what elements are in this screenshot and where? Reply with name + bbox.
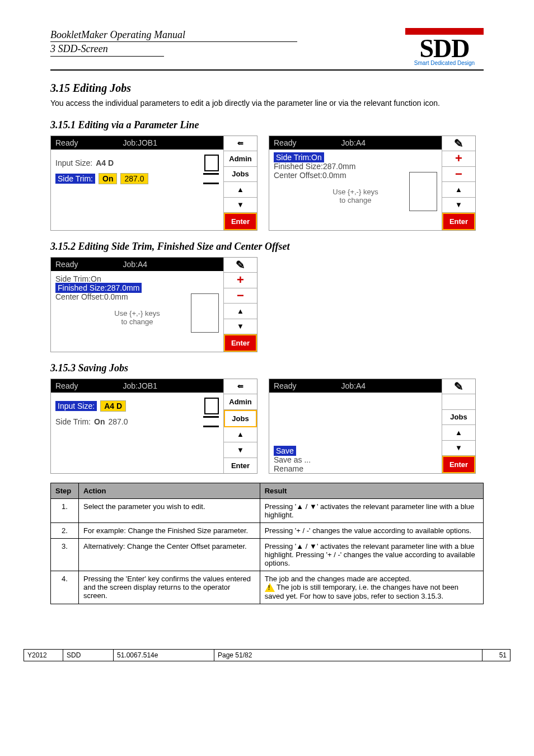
jobs-button[interactable]: Jobs (442, 410, 475, 426)
side-trim-on: On (94, 417, 105, 426)
step-result: The job and the changes made are accepte… (260, 571, 483, 604)
job-label: Job:JOB1 (123, 381, 157, 390)
admin-button[interactable]: Admin (224, 394, 257, 410)
blank-1 (442, 394, 475, 410)
status-label: Ready (274, 381, 296, 390)
step-num: 2. (51, 522, 79, 538)
col-action: Action (79, 483, 260, 498)
jobs-button[interactable]: Jobs (224, 410, 257, 427)
tray-icon[interactable]: ⇚ (224, 136, 257, 152)
edit-screen-c: Ready Job:A4 Side Trim:On Finished Size:… (50, 257, 257, 352)
step-num: 4. (51, 571, 79, 604)
input-size-label[interactable]: Input Size: (55, 401, 97, 411)
down-button[interactable]: ▼ (224, 442, 257, 458)
down-button[interactable]: ▼ (442, 441, 475, 456)
step-result: Pressing '▲ / ▼' activates the relevant … (260, 538, 483, 571)
table-row: 2. For example: Change the Finished Size… (51, 522, 484, 538)
finished-size-line[interactable]: Finished Size:287.0mm (55, 283, 142, 293)
step-action: For example: Change the Finished Size pa… (79, 522, 260, 538)
chapter-title: 3 SDD-Screen (50, 42, 164, 56)
input-size-label: Input Size: (55, 158, 92, 167)
side-trim-value[interactable]: 287.0 (120, 173, 148, 184)
result-line: The job and the changes made are accepte… (265, 575, 411, 583)
status-label: Ready (55, 138, 78, 147)
job-label: Job:A4 (123, 260, 147, 269)
up-button[interactable]: ▲ (224, 304, 257, 319)
trim-diagram-icon (409, 172, 437, 211)
page-footer: Y2012 SDD 51.0067.514e Page 51/82 51 (24, 649, 510, 661)
manual-title: BookletMaker Operating Manual (50, 28, 297, 42)
job-label: Job:A4 (341, 381, 366, 390)
footer-page: Page 51/82 (214, 650, 483, 661)
edit-screen-b: Ready Job:A4 Side Trim:On Finished Size:… (269, 136, 476, 231)
finished-size-line[interactable]: Finished Size:287.0mm (274, 162, 437, 171)
step-action: Alternatively: Change the Center Offset … (79, 538, 260, 571)
subsection-1-heading: 3.15.1 Editing via a Parameter Line (50, 119, 484, 131)
operator-screen-d: Ready Job:JOB1 Input Size: A4 D Side Tri… (50, 379, 257, 474)
section-intro: You access the individual parameters to … (50, 98, 484, 109)
minus-button[interactable]: − (224, 288, 257, 304)
enter-button[interactable]: Enter (224, 334, 257, 352)
down-button[interactable]: ▼ (224, 198, 257, 213)
footer-pagenum: 51 (483, 650, 510, 661)
tray-icon[interactable]: ⇚ (224, 379, 257, 395)
up-button[interactable]: ▲ (224, 182, 257, 198)
status-label: Ready (274, 138, 296, 147)
table-row: 1. Select the parameter you wish to edit… (51, 498, 484, 522)
section-heading: 3.15 Editing Jobs (50, 82, 484, 95)
rename-option[interactable]: Rename (274, 464, 437, 473)
side-trim-line[interactable]: Side Trim:On (55, 274, 219, 283)
side-trim-line[interactable]: Side Trim:On (274, 152, 324, 162)
save-option[interactable]: Save (274, 446, 296, 456)
down-button[interactable]: ▼ (224, 319, 257, 335)
enter-button[interactable]: Enter (442, 213, 475, 230)
job-label: Job:JOB1 (123, 138, 157, 147)
paper-size-icon[interactable] (204, 155, 219, 171)
plus-button[interactable]: + (442, 151, 475, 167)
steps-table: Step Action Result 1. Select the paramet… (50, 483, 484, 605)
status-label: Ready (55, 260, 78, 269)
col-step: Step (51, 483, 79, 498)
subsection-2-heading: 3.15.2 Editing Side Trim, Finished Size … (50, 241, 484, 253)
result-warning-text: The job is still temporary, i.e. the cha… (265, 583, 458, 601)
page-header: BookletMaker Operating Manual 3 SDD-Scre… (50, 28, 484, 71)
enter-button[interactable]: Enter (442, 456, 475, 473)
status-label: Ready (55, 381, 78, 390)
plus-button[interactable]: + (224, 273, 257, 288)
logo-text: SDD (405, 36, 484, 62)
logo: SDD Smart Dedicated Design (405, 28, 484, 66)
admin-button[interactable]: Admin (224, 151, 257, 167)
step-action: Pressing the 'Enter' key confirms the va… (79, 571, 260, 604)
table-row: 3. Alternatively: Change the Center Offs… (51, 538, 484, 571)
side-trim-on[interactable]: On (99, 173, 117, 184)
paper-size-icon[interactable] (204, 398, 219, 414)
pencil-icon[interactable]: ✎ (442, 136, 475, 152)
up-button[interactable]: ▲ (442, 182, 475, 198)
col-result: Result (260, 483, 483, 498)
operator-screen-a: Ready Job:JOB1 Input Size: A4 D Side Tri… (50, 136, 257, 231)
step-result: Pressing '+ / -' changes the value accor… (260, 522, 483, 538)
step-num: 3. (51, 538, 79, 571)
jobs-button[interactable]: Jobs (224, 167, 257, 183)
save-as-option[interactable]: Save as ... (274, 455, 437, 464)
input-size-value[interactable]: A4 D (100, 400, 126, 412)
pencil-icon[interactable]: ✎ (442, 379, 475, 395)
step-result: Pressing '▲ / ▼' activates the relevant … (260, 498, 483, 522)
side-trim-icon[interactable] (203, 173, 219, 184)
input-size-value: A4 D (96, 158, 114, 167)
side-trim-label[interactable]: Side Trim: (55, 174, 95, 184)
minus-button[interactable]: − (442, 167, 475, 183)
footer-company: SDD (63, 650, 114, 661)
pencil-icon[interactable]: ✎ (224, 258, 257, 273)
side-trim-label[interactable]: Side Trim: (55, 417, 91, 426)
side-trim-value: 287.0 (108, 417, 128, 426)
jobs-menu-screen-e: Ready Job:A4 Save Save as ... Rename ✎ J… (269, 379, 476, 474)
down-button[interactable]: ▼ (442, 198, 475, 213)
up-button[interactable]: ▲ (442, 425, 475, 441)
side-trim-icon[interactable] (203, 416, 219, 427)
subsection-3-heading: 3.15.3 Saving Jobs (50, 362, 484, 374)
up-button[interactable]: ▲ (224, 427, 257, 443)
enter-button[interactable]: Enter (224, 458, 257, 473)
enter-button[interactable]: Enter (224, 213, 257, 230)
job-label: Job:A4 (341, 138, 366, 147)
